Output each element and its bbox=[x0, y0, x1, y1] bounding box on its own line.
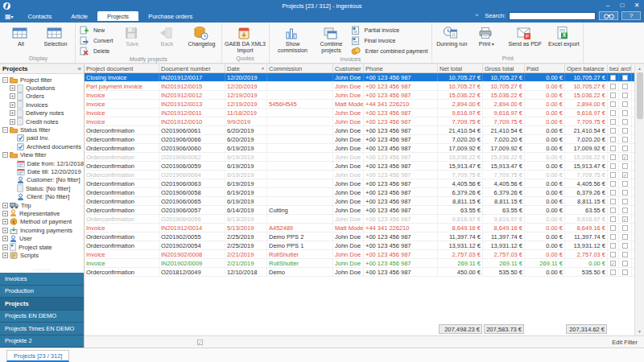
enter-combined-payment-button[interactable]: Enter combined payment bbox=[349, 46, 430, 56]
collapse-sidebar-icon[interactable]: « bbox=[78, 65, 81, 72]
expand-toggle-icon[interactable]: − bbox=[2, 152, 8, 158]
scroll-down-icon[interactable]: ▼ bbox=[638, 327, 642, 335]
send-as-pdf-button[interactable]: PSend as PDF bbox=[504, 23, 546, 47]
expand-toggle-icon[interactable]: + bbox=[10, 110, 15, 116]
bez-checkbox[interactable] bbox=[610, 181, 616, 187]
show-commission-button[interactable]: Show commission bbox=[272, 23, 314, 53]
nav-production[interactable]: Production bbox=[0, 286, 84, 298]
nav-projects-en-demo[interactable]: Projects EN DEMO bbox=[0, 311, 84, 323]
expand-toggle-icon[interactable]: + bbox=[10, 102, 15, 108]
tree-item-date-till-12-20-2019[interactable]: Date till: 12/20/2019 bbox=[0, 167, 84, 175]
scroll-up-icon[interactable]: ▲ bbox=[638, 64, 642, 72]
bez-checkbox[interactable] bbox=[610, 101, 616, 107]
column-header-project-document[interactable]: Project document bbox=[85, 64, 159, 72]
table-row[interactable]: OrderconfirmationO201906/00606/19/2019Jo… bbox=[85, 144, 634, 153]
column-header-open-balance[interactable]: Open balance bbox=[565, 64, 608, 72]
excel-export-button[interactable]: XExcel export bbox=[547, 23, 580, 47]
arch-checkbox[interactable] bbox=[622, 234, 628, 240]
table-row[interactable]: Closing invoiceIN201912/001712/20/2019Jo… bbox=[85, 73, 634, 82]
expand-toggle-icon[interactable]: + bbox=[2, 203, 8, 208]
column-header-arch[interactable]: arch bbox=[619, 64, 632, 72]
bez-checkbox[interactable] bbox=[610, 110, 616, 116]
maximize-button[interactable]: □ bbox=[615, 0, 630, 11]
bez-checkbox[interactable] bbox=[610, 84, 616, 89]
gaeb-da-xml3-import-button[interactable]: GAEB DA XML3 Import bbox=[225, 23, 266, 53]
minimize-button[interactable]: – bbox=[601, 0, 615, 11]
table-row[interactable]: InvoiceIN201912/001111/18/2019John Doe+0… bbox=[85, 109, 634, 117]
table-row[interactable]: OrderconfirmationO201906/00626/19/2019Jo… bbox=[85, 153, 634, 162]
scrollbar-thumb[interactable] bbox=[637, 72, 643, 119]
tree-item-trip[interactable]: +Trip bbox=[0, 201, 84, 209]
tree-item-client-no-filter[interactable]: Client: [No filter] bbox=[0, 192, 84, 200]
table-row[interactable]: Part payment invoiceIN201912/001512/20/2… bbox=[85, 82, 634, 91]
arch-checkbox[interactable] bbox=[622, 269, 628, 275]
menu-tab-projects[interactable]: Projects bbox=[97, 11, 138, 21]
arch-checkbox[interactable] bbox=[622, 199, 628, 204]
tree-item-paid-inv[interactable]: paid Inv. bbox=[0, 134, 84, 142]
arch-checkbox[interactable] bbox=[622, 208, 628, 213]
bez-checkbox[interactable] bbox=[610, 128, 616, 134]
arch-checkbox[interactable] bbox=[622, 75, 628, 80]
bez-checkbox[interactable] bbox=[610, 216, 616, 222]
final-invoice-button[interactable]: Final invoice bbox=[349, 35, 430, 45]
bez-checkbox[interactable] bbox=[610, 252, 616, 257]
bez-checkbox[interactable] bbox=[610, 199, 616, 204]
tree-item-date-from-12-1-2018[interactable]: Date from: 12/1/2018 bbox=[0, 159, 84, 167]
new-button[interactable]: New bbox=[78, 25, 115, 35]
expand-toggle-icon[interactable]: + bbox=[2, 211, 8, 216]
arch-checkbox[interactable] bbox=[622, 190, 628, 195]
arch-checkbox[interactable]: ✓ bbox=[622, 216, 628, 222]
arch-checkbox[interactable] bbox=[622, 110, 628, 116]
tree-item-archived-documents[interactable]: Archived documents bbox=[0, 142, 84, 150]
column-header-bez[interactable]: bez bbox=[608, 64, 619, 72]
expand-toggle-icon[interactable]: − bbox=[2, 77, 8, 83]
bez-checkbox[interactable] bbox=[610, 269, 616, 275]
menu-tab-contacts[interactable]: Contacts bbox=[19, 11, 62, 21]
vertical-scrollbar[interactable]: ▲ ▼ bbox=[634, 64, 644, 335]
expand-toggle-icon[interactable]: + bbox=[2, 245, 8, 250]
tree-item-project-filter[interactable]: −Project filter bbox=[0, 76, 84, 84]
bez-checkbox[interactable] bbox=[610, 75, 616, 80]
tree-item-status-filter[interactable]: −Status filter bbox=[0, 125, 84, 134]
tree-item-view-filter[interactable]: −View filter bbox=[0, 151, 84, 159]
nav-projects-times-en-demo[interactable]: Projects Times EN DEMO bbox=[0, 323, 84, 335]
column-header-net-total[interactable]: Net total bbox=[438, 64, 483, 72]
column-header-date[interactable]: Date▼ bbox=[225, 64, 267, 72]
selection-button[interactable]: Selection bbox=[39, 23, 72, 47]
table-row[interactable]: OrderconfirmationO201906/00576/14/2019Cu… bbox=[85, 206, 634, 215]
table-row[interactable]: OrderconfirmationO201906/00586/19/2019Jo… bbox=[85, 188, 634, 197]
table-row[interactable]: OrderconfirmationO201906/00646/19/2019Jo… bbox=[85, 171, 634, 179]
tree-item-scripts[interactable]: +Scripts bbox=[0, 251, 84, 259]
tree-item-incoming-payments[interactable]: +Incoming payments bbox=[0, 226, 84, 234]
column-header-customer[interactable]: Customer bbox=[333, 64, 364, 72]
bez-checkbox[interactable] bbox=[610, 243, 616, 249]
filter-enabled-checkbox[interactable]: ✓ bbox=[197, 339, 203, 345]
column-header-paid[interactable]: Paid bbox=[525, 64, 565, 72]
all-button[interactable]: All bbox=[4, 23, 38, 47]
tree-item-user[interactable]: +User bbox=[0, 234, 84, 242]
table-row[interactable]: OrderconfirmationO201906/00566/13/2019Jo… bbox=[85, 215, 634, 224]
search-input[interactable] bbox=[509, 12, 596, 20]
column-header-commission[interactable]: Commission bbox=[267, 64, 333, 72]
arch-checkbox[interactable] bbox=[622, 119, 628, 125]
bez-checkbox[interactable] bbox=[610, 208, 616, 213]
arch-checkbox[interactable] bbox=[622, 163, 628, 169]
close-button[interactable]: ✕ bbox=[630, 0, 644, 11]
column-header-document-number[interactable]: Document number bbox=[159, 64, 225, 72]
table-row[interactable]: InvoiceIN201902/00092/21/2019RollShutter… bbox=[85, 259, 634, 268]
table-row[interactable]: OrderconfirmationO201906/00616/20/2019Jo… bbox=[85, 126, 634, 135]
help-button[interactable]: ? bbox=[621, 11, 641, 20]
expand-toggle-icon[interactable]: + bbox=[10, 119, 15, 125]
bez-checkbox[interactable] bbox=[610, 93, 616, 98]
bez-checkbox[interactable] bbox=[610, 137, 616, 142]
search-go-button[interactable] bbox=[599, 11, 618, 20]
table-row[interactable]: InvoiceIN201912/00109/9/2019John Doe+00 … bbox=[85, 117, 634, 126]
bez-checkbox[interactable] bbox=[610, 234, 616, 240]
combine-projects-button[interactable]: Combine projects bbox=[315, 23, 349, 53]
arch-checkbox[interactable] bbox=[622, 243, 628, 249]
partial-invoice-button[interactable]: Partial invoice bbox=[349, 25, 430, 35]
arch-checkbox[interactable] bbox=[622, 137, 628, 142]
nav-invoices[interactable]: Invoices bbox=[0, 273, 84, 286]
expand-toggle-icon[interactable]: + bbox=[10, 85, 15, 91]
column-header-phone[interactable]: Phone bbox=[364, 64, 438, 72]
